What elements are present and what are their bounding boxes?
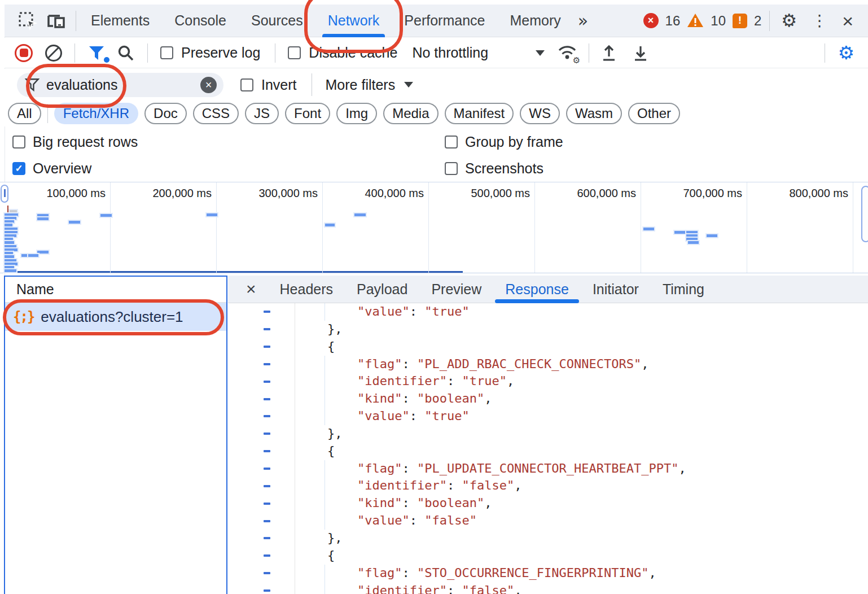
divider [275, 43, 275, 63]
fold-marker[interactable] [228, 390, 295, 408]
name-column-header[interactable]: Name [5, 277, 226, 303]
filter-chip-doc[interactable]: Doc [144, 103, 187, 124]
device-toolbar-icon[interactable] [46, 11, 67, 30]
issues-count[interactable]: 2 [754, 13, 761, 29]
screenshots-checkbox[interactable] [445, 162, 458, 175]
timeline-request-bar [5, 248, 17, 251]
fold-marker[interactable] [228, 460, 295, 478]
fold-marker[interactable] [228, 443, 295, 460]
chevron-down-icon [404, 82, 413, 88]
response-code-view[interactable]: "value": "true"},{"flag": "PL_ADD_RBAC_C… [228, 303, 868, 594]
disable-cache-option[interactable]: Disable cache [288, 45, 397, 61]
request-row-selected[interactable]: {;} evaluations?cluster=1 [5, 303, 226, 331]
fold-marker[interactable] [228, 408, 295, 425]
fold-marker[interactable] [228, 530, 295, 547]
invert-checkbox[interactable] [240, 78, 253, 91]
filter-chip-media[interactable]: Media [383, 103, 438, 124]
throttling-dropdown[interactable]: No throttling [412, 45, 545, 61]
fold-marker[interactable] [228, 495, 295, 512]
fold-marker[interactable] [228, 512, 295, 530]
fold-marker[interactable] [228, 373, 295, 390]
preserve-log-checkbox[interactable] [160, 46, 173, 59]
overview-option[interactable]: ✓ Overview [12, 160, 91, 177]
fold-marker[interactable] [228, 582, 295, 594]
timeline-gridline [534, 182, 535, 273]
filter-chip-fetchxhr[interactable]: Fetch/XHR [54, 103, 138, 124]
fold-marker[interactable] [228, 356, 295, 373]
timeline-request-bar [69, 221, 80, 224]
fold-marker[interactable] [228, 321, 295, 338]
settings-gear-icon[interactable]: ⚙ [781, 12, 797, 29]
export-har-icon[interactable] [632, 44, 649, 62]
preserve-log-option[interactable]: Preserve log [160, 45, 260, 61]
record-network-log-button[interactable] [15, 44, 33, 62]
tab-performance[interactable]: Performance [404, 5, 485, 37]
filter-chip-all[interactable]: All [8, 103, 41, 124]
timeline-tick-label: 400,000 ms [339, 187, 424, 200]
big-request-rows-checkbox[interactable] [12, 136, 25, 148]
fold-marker[interactable] [228, 425, 295, 443]
network-settings-gear-icon[interactable]: ⚙ [838, 43, 854, 62]
filter-chip-img[interactable]: Img [336, 103, 377, 124]
tab-memory[interactable]: Memory [510, 5, 560, 37]
invert-option[interactable]: Invert [240, 77, 297, 93]
filter-chip-font[interactable]: Font [285, 103, 330, 124]
inspect-element-icon[interactable] [18, 11, 37, 30]
kebab-menu-icon[interactable]: ⋮ [812, 11, 827, 30]
filter-chip-manifest[interactable]: Manifest [445, 103, 514, 124]
fold-marker[interactable] [228, 477, 295, 495]
warning-count-icon[interactable] [687, 13, 704, 28]
invert-label: Invert [261, 77, 297, 93]
tab-elements[interactable]: Elements [91, 5, 150, 37]
filter-chip-css[interactable]: CSS [193, 103, 239, 124]
clear-filter-icon[interactable]: × [200, 77, 217, 93]
filter-chip-wasm[interactable]: Wasm [566, 103, 622, 124]
issues-icon[interactable]: ! [733, 14, 747, 28]
search-icon[interactable] [117, 44, 135, 62]
more-filters-dropdown[interactable]: More filters [326, 77, 414, 93]
error-count[interactable]: 16 [665, 13, 681, 29]
fold-marker[interactable] [228, 303, 295, 321]
disable-cache-checkbox[interactable] [288, 46, 301, 59]
fold-marker[interactable] [228, 565, 295, 582]
overview-timeline[interactable]: 100,000 ms200,000 ms300,000 ms400,000 ms… [0, 182, 868, 273]
tab-preview[interactable]: Preview [431, 276, 481, 303]
tab-response[interactable]: Response [505, 276, 569, 303]
preserve-log-label: Preserve log [181, 45, 260, 61]
timeline-request-bar [5, 217, 16, 220]
tab-console[interactable]: Console [174, 5, 226, 37]
filter-input-value[interactable]: evaluations [46, 77, 200, 93]
divider [312, 73, 312, 96]
close-detail-icon[interactable]: × [246, 281, 256, 298]
filter-toggle-icon[interactable] [87, 45, 106, 62]
filter-chip-js[interactable]: JS [245, 103, 279, 124]
warning-count[interactable]: 10 [711, 13, 726, 29]
filter-chip-ws[interactable]: WS [520, 103, 560, 124]
error-count-icon[interactable]: × [643, 13, 659, 28]
big-request-rows-option[interactable]: Big request rows [12, 134, 138, 150]
tab-timing[interactable]: Timing [663, 276, 704, 303]
more-tabs-icon[interactable]: » [578, 11, 586, 30]
tab-initiator[interactable]: Initiator [593, 276, 639, 303]
group-by-frame-checkbox[interactable] [445, 136, 458, 148]
fold-marker[interactable] [228, 338, 295, 356]
fold-marker[interactable] [228, 547, 295, 565]
group-by-frame-option[interactable]: Group by frame [445, 134, 563, 150]
tab-network[interactable]: Network [328, 5, 380, 37]
import-har-icon[interactable] [600, 44, 617, 62]
timeline-request-bar [37, 217, 49, 220]
clear-network-log-icon[interactable] [45, 45, 62, 62]
close-devtools-icon[interactable]: × [842, 11, 853, 30]
timeline-right-handle[interactable] [861, 186, 868, 242]
devtools-main-toolbar: Elements Console Sources Network Perform… [5, 5, 868, 37]
overview-checkbox[interactable]: ✓ [12, 162, 25, 175]
screenshots-option[interactable]: Screenshots [445, 160, 543, 177]
tab-headers[interactable]: Headers [280, 276, 334, 303]
tab-payload[interactable]: Payload [357, 276, 407, 303]
tab-sources[interactable]: Sources [251, 5, 303, 37]
network-conditions-icon[interactable]: ⚙ [557, 44, 577, 62]
timeline-left-handle[interactable] [1, 185, 8, 203]
filter-input[interactable]: evaluations × [17, 73, 223, 97]
filter-chip-other[interactable]: Other [628, 103, 680, 124]
code-line: { [228, 547, 868, 565]
